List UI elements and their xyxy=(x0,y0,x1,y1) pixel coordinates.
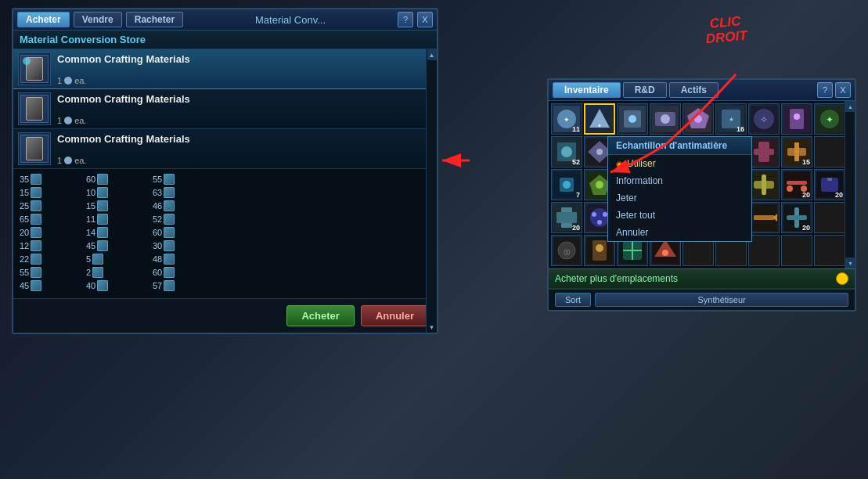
slot-4-1[interactable]: 20 xyxy=(551,202,582,233)
slot-2-9[interactable] xyxy=(814,136,845,167)
slot-1-7[interactable]: ✧ xyxy=(748,103,780,135)
item-icon-2 xyxy=(18,92,51,125)
slot-5-8[interactable] xyxy=(781,235,812,266)
slot-1-5[interactable] xyxy=(683,103,714,135)
ctx-jeter-tout[interactable]: Jeter tout xyxy=(608,207,751,224)
sort-button[interactable]: Sort xyxy=(555,293,591,307)
scroll-down-inv[interactable]: ▼ xyxy=(845,258,855,268)
svg-text:⋆: ⋆ xyxy=(728,113,735,125)
inv-close-button[interactable]: X xyxy=(835,82,851,98)
panel-titlebar: Acheter Vendre Racheter Material Conv...… xyxy=(13,9,437,31)
store-item-2[interactable]: Common Crafting Materials 1 ea. xyxy=(13,89,437,129)
tab-vendre[interactable]: Vendre xyxy=(74,12,122,27)
synthesizer-button[interactable]: Synthétiseur xyxy=(595,293,848,307)
credit-icon-3 xyxy=(64,157,72,164)
svg-point-34 xyxy=(596,149,603,155)
item-info-3: Common Crafting Materials 1 ea. xyxy=(57,133,421,165)
tab-actifs[interactable]: Actifs xyxy=(669,82,719,98)
inventory-panel: Inventaire R&D Actifs ? X ✦ 11 ✦ xyxy=(547,78,856,312)
slot-1-4[interactable] xyxy=(650,103,681,135)
context-menu-title: Echantillon d'antimatière xyxy=(608,137,751,155)
inv-help-button[interactable]: ? xyxy=(817,82,833,98)
slot-5-7[interactable] xyxy=(748,235,780,266)
buy-more-label: Acheter plus d'emplacements xyxy=(555,273,678,284)
ctx-annuler[interactable]: Annuler xyxy=(608,224,751,241)
tab-acheter[interactable]: Acheter xyxy=(17,12,70,27)
svg-rect-49 xyxy=(754,149,774,155)
svg-rect-104 xyxy=(754,215,774,220)
svg-text:✦: ✦ xyxy=(564,116,570,124)
scroll-down-3[interactable]: ▼ xyxy=(426,322,437,333)
svg-text:✧: ✧ xyxy=(760,114,768,125)
slot-1-8[interactable] xyxy=(781,103,812,135)
item-name-1: Common Crafting Materials xyxy=(57,53,421,65)
material-conversion-panel: Acheter Vendre Racheter Material Conv...… xyxy=(12,8,438,334)
slot-1-9[interactable]: ✦ xyxy=(814,103,845,135)
slot-4-7[interactable] xyxy=(748,202,780,233)
ctx-info[interactable]: Information xyxy=(608,172,751,189)
slot-1-1[interactable]: ✦ 11 xyxy=(551,103,582,135)
slot-2-1[interactable]: 52 xyxy=(551,136,582,167)
store-list: Common Crafting Materials 1 ea. ▲ Common xyxy=(13,49,437,333)
store-item-1[interactable]: Common Crafting Materials 1 ea. ▲ xyxy=(13,49,437,89)
item1-scrollbar: ▲ xyxy=(426,49,437,333)
slot-5-1[interactable]: ◎ xyxy=(551,235,582,266)
help-button[interactable]: ? xyxy=(398,12,413,27)
svg-point-58 xyxy=(596,181,603,189)
slot-1-2[interactable]: ✦ xyxy=(584,103,615,135)
item-price-1: 1 ea. xyxy=(57,76,421,85)
slot-5-9[interactable] xyxy=(814,235,845,266)
item-price-2: 1 ea. xyxy=(57,116,421,125)
slot-4-9[interactable] xyxy=(814,202,845,233)
scroll-up-inv[interactable]: ▲ xyxy=(845,101,855,112)
sort-bar: Sort Synthétiseur xyxy=(549,289,855,310)
inv-titlebar: Inventaire R&D Actifs ? X xyxy=(549,80,855,101)
item-info-2: Common Crafting Materials 1 ea. xyxy=(57,93,421,125)
svg-text:✦: ✦ xyxy=(597,123,602,128)
svg-point-16 xyxy=(694,115,702,123)
credit-coin-icon xyxy=(836,272,848,285)
scroll-up-1[interactable]: ▲ xyxy=(427,49,437,60)
store-item-3[interactable]: Common Crafting Materials 1 ea. ▼ xyxy=(13,129,437,169)
slot-1-3[interactable] xyxy=(617,103,648,135)
slot-3-8[interactable]: 20 xyxy=(781,169,812,200)
buy-button[interactable]: Acheter xyxy=(286,305,354,326)
close-button[interactable]: X xyxy=(417,12,433,27)
slot-3-7[interactable] xyxy=(748,169,780,200)
ctx-jeter[interactable]: Jeter xyxy=(608,189,751,207)
slot-1-6[interactable]: ⋆ 16 xyxy=(715,103,747,135)
item-icon-3 xyxy=(18,132,51,165)
tab-inventaire[interactable]: Inventaire xyxy=(553,82,621,98)
svg-rect-52 xyxy=(794,142,799,161)
svg-rect-82 xyxy=(827,178,832,181)
slot-3-1[interactable]: 7 xyxy=(551,169,582,200)
svg-point-31 xyxy=(561,146,572,157)
buy-more-button[interactable]: Acheter plus d'emplacements xyxy=(549,268,855,289)
slot-2-7[interactable] xyxy=(748,136,780,167)
svg-text:◎: ◎ xyxy=(564,247,571,256)
slot-3-9[interactable]: 20 xyxy=(814,169,845,200)
svg-point-55 xyxy=(563,181,571,189)
slot-2-8[interactable]: 15 xyxy=(781,136,812,167)
cancel-button[interactable]: Annuler xyxy=(361,305,429,326)
svg-point-10 xyxy=(628,115,636,123)
item-name-3: Common Crafting Materials xyxy=(57,133,421,145)
panel-title-short: Material Conv... xyxy=(187,14,394,26)
svg-point-25 xyxy=(794,113,800,120)
action-buttons: Acheter Annuler xyxy=(13,298,437,333)
svg-point-78 xyxy=(787,185,793,192)
svg-rect-85 xyxy=(556,212,577,223)
inventory-scrollbar[interactable]: ▲ ▼ xyxy=(845,101,855,268)
svg-point-90 xyxy=(597,220,602,225)
svg-point-88 xyxy=(592,212,596,217)
svg-rect-75 xyxy=(762,175,766,195)
svg-point-114 xyxy=(596,244,603,252)
tab-racheter[interactable]: Racheter xyxy=(126,12,183,27)
tab-rd[interactable]: R&D xyxy=(623,82,667,98)
ctx-use[interactable]: ◉ Utiliser xyxy=(608,155,751,172)
svg-point-13 xyxy=(661,114,670,124)
slot-4-8[interactable]: 20 xyxy=(781,202,812,233)
svg-text:✦: ✦ xyxy=(826,114,834,125)
svg-rect-77 xyxy=(787,181,807,185)
ctx-bullet-use: ◉ xyxy=(616,160,623,168)
